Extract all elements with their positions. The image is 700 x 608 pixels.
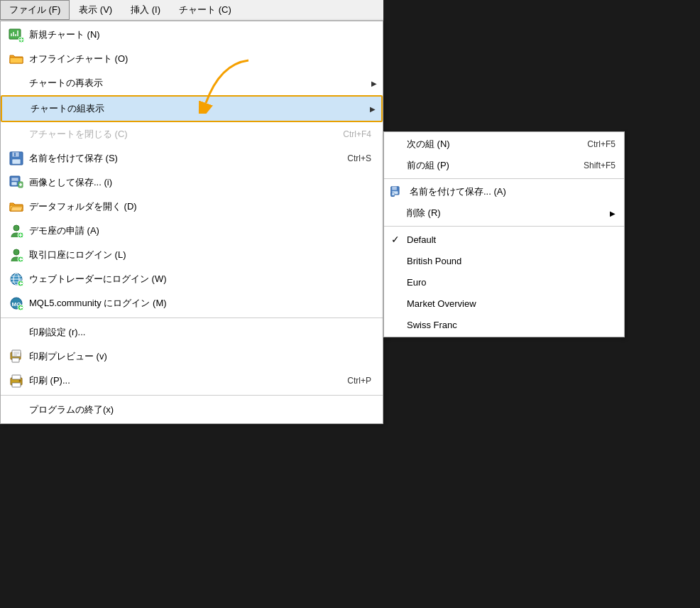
menu-item-save-image[interactable]: 画像として保存... (i) xyxy=(1,170,383,195)
menu-insert[interactable]: 挿入 (I) xyxy=(121,0,170,20)
menu-item-offline-chart[interactable]: オフラインチャート (O) xyxy=(1,47,383,71)
save-image-label: 画像として保存... (i) xyxy=(29,176,377,189)
menu-item-chart-group[interactable]: チャートの組表示 ▶ xyxy=(1,95,383,122)
british-pound-label: British Pound xyxy=(407,256,616,266)
market-overview-label: Market Overview xyxy=(407,298,616,309)
submenu-item-next-group[interactable]: 次の組 (N) Ctrl+F5 xyxy=(384,134,624,155)
svg-rect-48 xyxy=(392,193,394,195)
new-chart-icon xyxy=(6,26,26,43)
exit-icon xyxy=(6,401,26,418)
menu-item-new-chart[interactable]: 新規チャート (N) xyxy=(1,23,383,47)
file-dropdown-menu: 新規チャート (N) オフラインチャート (O) チャートの再表示 ▶ チャート… xyxy=(0,21,383,424)
separator-1 xyxy=(1,317,383,318)
menu-item-mql5-login[interactable]: MQ MQL5.community にログイン (M) xyxy=(1,291,383,315)
new-chart-label: 新規チャート (N) xyxy=(29,28,377,41)
chart-group-arrow: ▶ xyxy=(370,105,376,113)
print-setup-label: 印刷設定 (r)... xyxy=(29,326,377,339)
menu-item-demo-account[interactable]: デモ座の申請 (A) xyxy=(1,219,383,243)
delete-arrow: ▶ xyxy=(610,210,616,217)
submenu-item-swiss-franc[interactable]: Swiss Franc xyxy=(384,314,624,335)
folder-yellow-icon xyxy=(6,50,26,67)
save-as-label: 名前を付けて保存 (S) xyxy=(29,152,333,165)
default-check: ✓ xyxy=(391,234,400,245)
sub-separator-2 xyxy=(384,226,624,227)
login-account-label: 取引口座にログイン (L) xyxy=(29,249,377,261)
menu-item-print-preview[interactable]: 印刷プレビュー (v) xyxy=(1,344,383,369)
chart-group-icon xyxy=(8,100,28,117)
mql5-icon: MQ xyxy=(6,295,26,312)
refresh-chart-arrow: ▶ xyxy=(371,80,377,87)
chart-group-submenu: 次の組 (N) Ctrl+F5 前の組 (P) Shift+F5 名前を付けて保… xyxy=(383,131,625,337)
save-image-icon xyxy=(6,174,26,191)
svg-rect-10 xyxy=(12,159,21,164)
demo-account-label: デモ座の申請 (A) xyxy=(29,224,377,237)
exit-label: プログラムの終了(x) xyxy=(29,403,377,416)
submenu-item-delete-group[interactable]: 削除 (R) ▶ xyxy=(384,202,624,224)
next-group-label: 次の組 (N) xyxy=(407,138,587,151)
menu-container: ファイル (F) 表示 (V) 挿入 (I) チャート (C) 新規チャート (… xyxy=(0,0,383,424)
print-label: 印刷 (P)... xyxy=(29,374,333,387)
submenu-item-save-group[interactable]: 名前を付けて保存... (A) xyxy=(384,181,624,202)
login-icon xyxy=(6,246,26,264)
svg-rect-34 xyxy=(12,350,21,357)
close-chart-label: アチャートを閉じる (C) xyxy=(29,128,329,141)
submenu-item-euro[interactable]: Euro xyxy=(384,271,624,293)
print-preview-label: 印刷プレビュー (v) xyxy=(29,350,377,363)
svg-point-18 xyxy=(13,225,19,231)
chart-group-label: チャートの組表示 xyxy=(31,102,367,115)
demo-account-icon xyxy=(6,222,26,239)
menu-item-print-setup[interactable]: 印刷設定 (r)... xyxy=(1,320,383,344)
svg-rect-38 xyxy=(12,358,19,362)
svg-rect-14 xyxy=(11,182,17,185)
menu-item-exit[interactable]: プログラムの終了(x) xyxy=(1,398,383,422)
menu-file[interactable]: ファイル (F) xyxy=(0,0,70,20)
print-preview-icon xyxy=(6,348,26,365)
close-chart-icon xyxy=(6,126,26,143)
svg-rect-13 xyxy=(11,178,18,181)
print-icon xyxy=(6,372,26,389)
save-group-label: 名前を付けて保存... (A) xyxy=(407,185,616,198)
svg-rect-11 xyxy=(14,153,16,156)
svg-point-22 xyxy=(13,249,19,255)
mql5-login-label: MQL5.community にログイン (M) xyxy=(29,297,377,310)
separator-2 xyxy=(1,395,383,396)
swiss-franc-label: Swiss Franc xyxy=(407,320,616,330)
refresh-chart-label: チャートの再表示 xyxy=(29,77,368,89)
menu-item-save-as[interactable]: 名前を付けて保存 (S) Ctrl+S xyxy=(1,146,383,170)
print-shortcut: Ctrl+P xyxy=(347,376,377,386)
submenu-item-market-overview[interactable]: Market Overview xyxy=(384,293,624,314)
prev-group-label: 前の組 (P) xyxy=(407,159,584,172)
svg-rect-40 xyxy=(12,375,21,379)
default-label: Default xyxy=(407,234,616,245)
next-group-shortcut: Ctrl+F5 xyxy=(587,139,616,149)
refresh-chart-icon xyxy=(6,75,26,92)
menu-item-web-login[interactable]: ウェブトレーダーにログイン (W) xyxy=(1,267,383,291)
submenu-item-british-pound[interactable]: British Pound xyxy=(384,250,624,271)
menu-item-refresh-chart[interactable]: チャートの再表示 ▶ xyxy=(1,71,383,95)
svg-rect-41 xyxy=(12,383,21,387)
menu-item-close-chart[interactable]: アチャートを閉じる (C) Ctrl+F4 xyxy=(1,122,383,146)
menu-item-print[interactable]: 印刷 (P)... Ctrl+P xyxy=(1,369,383,393)
sub-separator-1 xyxy=(384,178,624,179)
menu-bar: ファイル (F) 表示 (V) 挿入 (I) チャート (C) xyxy=(0,0,383,21)
close-chart-shortcut: Ctrl+F4 xyxy=(343,129,377,139)
menu-item-login-account[interactable]: 取引口座にログイン (L) xyxy=(1,243,383,267)
delete-group-label: 削除 (R) xyxy=(407,207,607,219)
svg-rect-45 xyxy=(392,187,397,190)
submenu-item-prev-group[interactable]: 前の組 (P) Shift+F5 xyxy=(384,155,624,176)
submenu-item-default[interactable]: ✓ Default xyxy=(384,229,624,250)
web-login-label: ウェブトレーダーにログイン (W) xyxy=(29,273,377,286)
save-icon xyxy=(6,150,26,167)
offline-chart-label: オフラインチャート (O) xyxy=(29,53,377,65)
folder-open-icon xyxy=(6,198,26,215)
svg-point-42 xyxy=(19,380,21,382)
menu-item-open-folder[interactable]: データフォルダを開く (D) xyxy=(1,195,383,219)
prev-group-shortcut: Shift+F5 xyxy=(584,161,616,170)
save-group-icon xyxy=(390,185,403,198)
print-setup-icon xyxy=(6,324,26,341)
save-as-shortcut: Ctrl+S xyxy=(347,153,377,163)
menu-view[interactable]: 表示 (V) xyxy=(70,0,121,20)
open-folder-label: データフォルダを開く (D) xyxy=(29,200,377,213)
euro-label: Euro xyxy=(407,277,616,288)
menu-chart[interactable]: チャート (C) xyxy=(170,0,241,20)
